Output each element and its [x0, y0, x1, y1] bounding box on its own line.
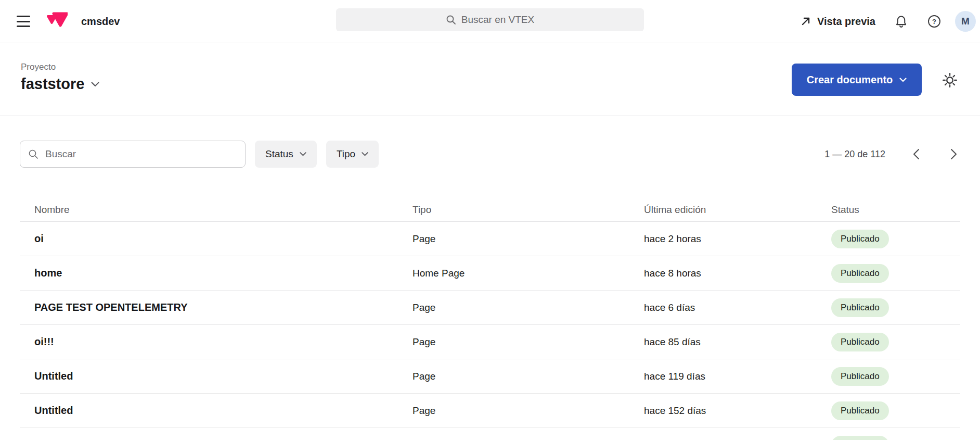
- table-row[interactable]: PAGE TEST OPENTELEMETRY Page hace 6 días…: [20, 291, 960, 325]
- table-body: oi Page hace 2 horas Publicado home Home…: [20, 222, 960, 428]
- document-last-edited: hace 6 días: [644, 302, 831, 313]
- global-search-button[interactable]: Buscar en VTEX: [336, 8, 644, 31]
- column-header-nombre: Nombre: [34, 204, 412, 216]
- filter-bar: Status Tipo 1 — 20 de 112: [20, 141, 960, 168]
- help-button[interactable]: ?: [927, 14, 942, 29]
- menu-icon[interactable]: [17, 16, 30, 27]
- document-type: Page: [412, 302, 644, 313]
- documents-table: Nombre Tipo Última edición Status oi Pag…: [20, 198, 960, 440]
- project-label: Proyecto: [21, 62, 56, 72]
- document-last-edited: hace 8 horas: [644, 268, 831, 279]
- tipo-filter-label: Tipo: [337, 148, 355, 160]
- column-header-tipo: Tipo: [412, 204, 644, 216]
- table-row[interactable]: oi Page hace 2 horas Publicado: [20, 222, 960, 256]
- bell-icon: [894, 15, 908, 29]
- chevron-down-icon: [362, 152, 368, 156]
- chevron-down-icon: [899, 78, 907, 82]
- topbar-right-group: Vista previa ? M: [800, 0, 976, 43]
- list-search-field: [20, 141, 246, 168]
- table-header: Nombre Tipo Última edición Status: [20, 198, 960, 222]
- question-circle-icon: ?: [927, 14, 942, 29]
- project-header: Proyecto faststore Crear documento: [0, 43, 980, 116]
- chevron-down-icon: [91, 82, 99, 87]
- document-last-edited: hace 119 días: [644, 371, 831, 382]
- document-last-edited: hace 2 horas: [644, 233, 831, 245]
- pagination-prev-button[interactable]: [909, 147, 923, 161]
- status-badge: Publicado: [831, 436, 889, 440]
- pagination-range: 1 — 20 de 112: [824, 149, 885, 160]
- pagination: 1 — 20 de 112: [824, 147, 960, 161]
- project-name: faststore: [21, 76, 85, 93]
- document-type: Page: [412, 336, 644, 348]
- account-name: cmsdev: [81, 16, 120, 28]
- status-badge: Publicado: [831, 230, 889, 248]
- project-selector[interactable]: faststore: [21, 76, 99, 93]
- document-name: home: [34, 267, 412, 279]
- search-icon: [446, 15, 456, 25]
- column-header-status: Status: [831, 204, 960, 216]
- status-badge: Publicado: [831, 333, 889, 351]
- status-badge: Publicado: [831, 367, 889, 386]
- document-name: PAGE TEST OPENTELEMETRY: [34, 301, 412, 313]
- chevron-down-icon: [300, 152, 306, 156]
- table-row[interactable]: oi!!! Page hace 85 días Publicado: [20, 325, 960, 359]
- search-icon: [28, 149, 38, 159]
- preview-button[interactable]: Vista previa: [800, 16, 875, 28]
- status-badge: Publicado: [831, 298, 889, 317]
- create-document-label: Crear documento: [807, 74, 893, 86]
- avatar-initial: M: [961, 16, 970, 27]
- status-filter-button[interactable]: Status: [255, 141, 317, 168]
- settings-button[interactable]: [942, 72, 958, 88]
- list-search-input[interactable]: [20, 141, 246, 168]
- arrow-up-right-icon: [800, 16, 811, 27]
- status-filter-label: Status: [265, 148, 293, 160]
- document-type: Page: [412, 405, 644, 417]
- pagination-next-button[interactable]: [947, 147, 960, 161]
- document-last-edited: hace 152 días: [644, 405, 831, 417]
- document-type: Page: [412, 371, 644, 382]
- notifications-button[interactable]: [894, 15, 908, 29]
- tipo-filter-button[interactable]: Tipo: [326, 141, 379, 168]
- document-type: Home Page: [412, 268, 644, 279]
- document-name: oi: [34, 233, 412, 245]
- column-header-ultima-edicion: Última edición: [644, 204, 831, 216]
- gear-icon: [942, 72, 958, 88]
- create-document-button[interactable]: Crear documento: [792, 64, 922, 96]
- vtex-logo-icon[interactable]: [47, 12, 68, 31]
- user-avatar[interactable]: M: [955, 11, 976, 32]
- chevron-left-icon: [913, 148, 920, 160]
- preview-label: Vista previa: [817, 16, 875, 28]
- document-name: oi!!!: [34, 336, 412, 348]
- table-row[interactable]: home Home Page hace 8 horas Publicado: [20, 256, 960, 291]
- table-row[interactable]: Untitled Page hace 152 días Publicado: [20, 394, 960, 428]
- document-list-section: Status Tipo 1 — 20 de 112: [0, 116, 980, 440]
- topbar: cmsdev Buscar en VTEX Vista previa: [0, 0, 980, 43]
- document-type: Page: [412, 233, 644, 245]
- table-row[interactable]: Untitled Page hace 119 días Publicado: [20, 359, 960, 394]
- document-last-edited: hace 85 días: [644, 336, 831, 348]
- status-badge: Publicado: [831, 401, 889, 420]
- document-name: Untitled: [34, 405, 412, 417]
- topbar-left-group: cmsdev: [17, 0, 120, 43]
- global-search-placeholder: Buscar en VTEX: [461, 14, 534, 26]
- svg-text:?: ?: [932, 18, 936, 26]
- table-row-partial[interactable]: Publicado: [20, 428, 960, 440]
- document-name: Untitled: [34, 370, 412, 382]
- status-badge: Publicado: [831, 264, 889, 283]
- chevron-right-icon: [950, 148, 957, 160]
